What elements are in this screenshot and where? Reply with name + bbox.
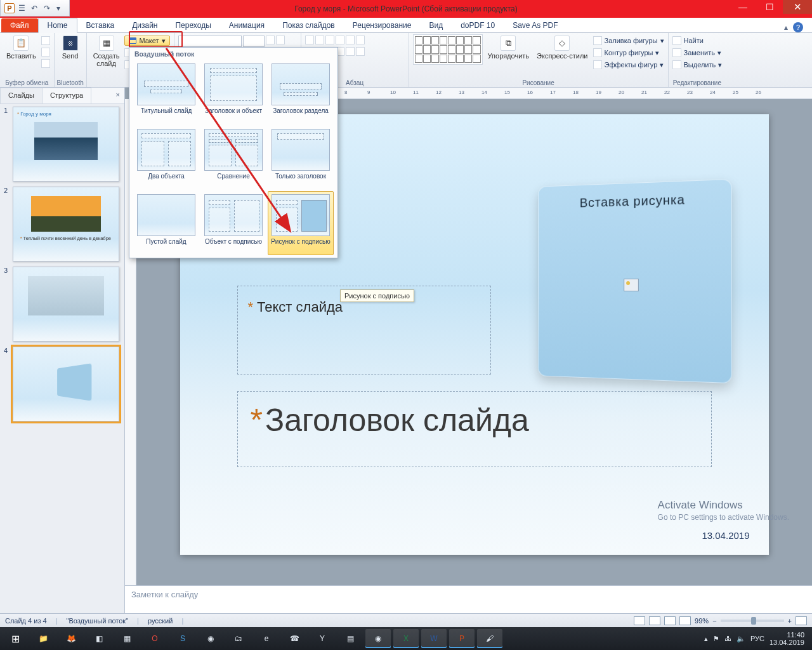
view-slideshow[interactable] xyxy=(679,616,691,625)
close-pane-icon[interactable]: × xyxy=(111,88,125,103)
qat-more-icon[interactable]: ▾ xyxy=(56,4,65,13)
tb-app2[interactable]: ▦ xyxy=(114,629,140,648)
format-painter-button[interactable] xyxy=(41,58,50,69)
grow-font[interactable] xyxy=(266,36,275,44)
title-placeholder[interactable]: *Заголовок слайда xyxy=(237,391,712,467)
tb-powerpoint[interactable]: P xyxy=(449,629,475,648)
tray-time[interactable]: 11:40 xyxy=(769,631,804,639)
shape-fill-button[interactable]: Заливка фигуры ▾ xyxy=(593,36,664,46)
tray-date[interactable]: 13.04.2019 xyxy=(769,639,804,646)
quick-styles-button[interactable]: ◇Экспресс-стили xyxy=(534,34,590,78)
help-icon[interactable]: ? xyxy=(793,22,803,32)
line-spacing[interactable] xyxy=(346,36,355,44)
view-reading[interactable] xyxy=(664,616,676,625)
paste-button[interactable]: 📋Вставить xyxy=(4,34,39,78)
font-name-input[interactable] xyxy=(178,36,242,47)
tb-chrome[interactable]: ◉ xyxy=(198,629,223,648)
bullets[interactable] xyxy=(305,36,314,44)
zoom-out[interactable]: − xyxy=(712,617,716,625)
undo-icon[interactable]: ↶ xyxy=(31,4,40,13)
shrink-font[interactable] xyxy=(276,36,285,44)
view-sorter[interactable] xyxy=(649,616,660,625)
insert-picture-icon[interactable] xyxy=(624,279,639,291)
font-size-input[interactable] xyxy=(243,36,265,47)
shapes-gallery[interactable] xyxy=(413,34,483,65)
status-lang[interactable]: русский xyxy=(148,617,173,625)
thumb-1[interactable]: 1 *Город у моря xyxy=(4,107,121,182)
layout-two-content[interactable]: Два объекта xyxy=(133,126,199,190)
tray-up-icon[interactable]: ▴ xyxy=(704,635,708,643)
tb-word[interactable]: W xyxy=(421,629,447,648)
minimize-button[interactable]: — xyxy=(730,0,756,14)
numbering[interactable] xyxy=(315,36,324,44)
tb-total[interactable]: ▤ xyxy=(337,629,363,648)
tray-sound-icon[interactable]: 🔈 xyxy=(737,635,745,643)
cut-button[interactable] xyxy=(41,36,50,46)
view-normal[interactable] xyxy=(634,616,645,625)
notes-pane[interactable]: Заметки к слайду xyxy=(125,585,812,613)
find-button[interactable]: Найти xyxy=(672,36,723,46)
fit-window[interactable] xyxy=(796,616,807,625)
send-button[interactable]: ⨳Send xyxy=(58,34,82,78)
layout-picture-caption[interactable]: Рисунок с подписью xyxy=(268,191,334,255)
picture-placeholder[interactable]: Вставка рисунка xyxy=(538,179,732,383)
layout-title-slide[interactable]: Титульный слайд xyxy=(133,60,199,124)
tb-viber[interactable]: ☎ xyxy=(282,629,307,648)
tb-opera[interactable]: O xyxy=(142,629,167,648)
system-tray[interactable]: ▴ ⚑ 🖧 🔈 РУС 11:40 13.04.2019 xyxy=(704,631,809,646)
shape-effects-button[interactable]: Эффекты фигур ▾ xyxy=(593,60,664,70)
tab-file[interactable]: Файл xyxy=(1,18,38,32)
tab-transitions[interactable]: Переходы xyxy=(166,18,219,32)
slides-tab[interactable]: Слайды xyxy=(0,88,43,103)
tab-insert[interactable]: Вставка xyxy=(77,18,124,32)
maximize-button[interactable]: ☐ xyxy=(756,0,783,14)
tb-yandex[interactable]: Y xyxy=(310,629,335,648)
tab-review[interactable]: Рецензирование xyxy=(344,18,421,32)
new-slide-button[interactable]: ▦Создать слайд xyxy=(91,34,122,78)
tab-animation[interactable]: Анимация xyxy=(220,18,273,32)
tb-firefox[interactable]: 🦊 xyxy=(58,629,84,648)
tab-home[interactable]: Home xyxy=(38,18,77,33)
replace-button[interactable]: Заменить ▾ xyxy=(672,48,723,58)
tab-design[interactable]: Дизайн xyxy=(123,18,166,32)
tray-network-icon[interactable]: 🖧 xyxy=(724,635,731,642)
tab-dopdf[interactable]: doPDF 10 xyxy=(452,18,504,32)
text-direction[interactable] xyxy=(356,36,365,44)
tb-excel[interactable]: X xyxy=(393,629,419,648)
start-button[interactable]: ⊞ xyxy=(3,629,28,648)
tb-explorer[interactable]: 📁 xyxy=(30,629,56,648)
select-button[interactable]: Выделить ▾ xyxy=(672,60,723,70)
outline-tab[interactable]: Структура xyxy=(42,88,91,103)
layout-title-only[interactable]: Только заголовок xyxy=(268,126,334,190)
tray-action-icon[interactable]: ⚑ xyxy=(713,635,719,643)
tb-app1[interactable]: ◧ xyxy=(86,629,112,648)
save-icon[interactable]: ☰ xyxy=(18,4,27,13)
layout-comparison[interactable]: Сравнение xyxy=(200,126,266,190)
layout-blank[interactable]: Пустой слайд xyxy=(133,191,199,255)
layout-section-header[interactable]: Заголовок раздела xyxy=(268,60,334,124)
arrange-button[interactable]: ⧉Упорядочить xyxy=(485,34,532,78)
indent-inc[interactable] xyxy=(336,36,344,44)
layout-content-caption[interactable]: Объект с подписью xyxy=(200,191,266,255)
tb-paint[interactable]: 🖌 xyxy=(477,629,502,648)
close-button[interactable]: ✕ xyxy=(783,0,812,14)
zoom-in[interactable]: + xyxy=(788,617,792,625)
redo-icon[interactable]: ↷ xyxy=(44,4,53,13)
tab-saveaspdf[interactable]: Save As PDF xyxy=(504,18,566,32)
tab-slideshow[interactable]: Показ слайдов xyxy=(273,18,344,32)
tb-edge[interactable]: e xyxy=(254,629,279,648)
tb-skype[interactable]: S xyxy=(170,629,195,648)
ribbon-minimize-icon[interactable]: ▴ xyxy=(784,23,788,32)
copy-button[interactable] xyxy=(41,47,50,57)
zoom-slider[interactable] xyxy=(721,620,784,622)
indent-dec[interactable] xyxy=(325,36,334,44)
thumb-3[interactable]: 3 xyxy=(4,267,121,342)
layout-title-content[interactable]: Заголовок и объект xyxy=(200,60,266,124)
tb-chrome2[interactable]: ◉ xyxy=(365,629,391,648)
smartart[interactable] xyxy=(356,47,365,56)
columns[interactable] xyxy=(346,47,355,56)
thumb-4[interactable]: 4 xyxy=(4,347,121,421)
zoom-value[interactable]: 99% xyxy=(695,617,709,625)
tb-folder2[interactable]: 🗂 xyxy=(226,629,251,648)
shape-outline-button[interactable]: Контур фигуры ▾ xyxy=(593,48,664,58)
